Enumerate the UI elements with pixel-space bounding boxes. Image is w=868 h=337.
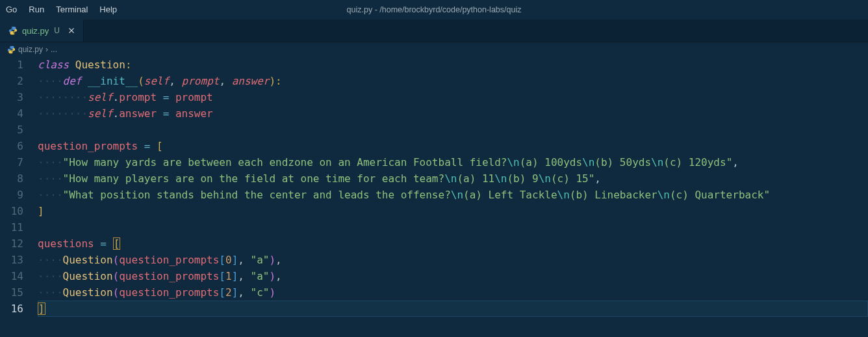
breadcrumb-symbol: ... [51, 45, 57, 54]
python-file-icon [8, 25, 18, 36]
menu-help[interactable]: Help [94, 0, 123, 20]
tab-filename: quiz.py [22, 26, 49, 36]
window-title: quiz.py - /home/brockbyrd/code/python-la… [0, 5, 868, 14]
menubar: Go Run Terminal Help quiz.py - /home/bro… [0, 0, 868, 20]
tab-quiz[interactable]: quiz.py U [0, 20, 84, 42]
code-content[interactable]: class Question: ····def __init__(self, p… [38, 57, 868, 317]
python-file-icon [6, 45, 16, 54]
breadcrumb-file: quiz.py [18, 45, 43, 54]
tabbar: quiz.py U [0, 20, 868, 42]
close-icon[interactable] [66, 25, 77, 36]
line-number-gutter: 1 2 3 4 5 6 7 8 9 10 11 12 13 14 15 16 [0, 57, 38, 317]
chevron-right-icon: › [45, 45, 48, 54]
menu-terminal[interactable]: Terminal [50, 0, 94, 20]
tab-git-status: U [54, 26, 60, 35]
code-editor[interactable]: 1 2 3 4 5 6 7 8 9 10 11 12 13 14 15 16 c… [0, 57, 868, 317]
menu-go[interactable]: Go [0, 0, 23, 20]
breadcrumb[interactable]: quiz.py › ... [0, 42, 868, 57]
menu-run[interactable]: Run [23, 0, 50, 20]
